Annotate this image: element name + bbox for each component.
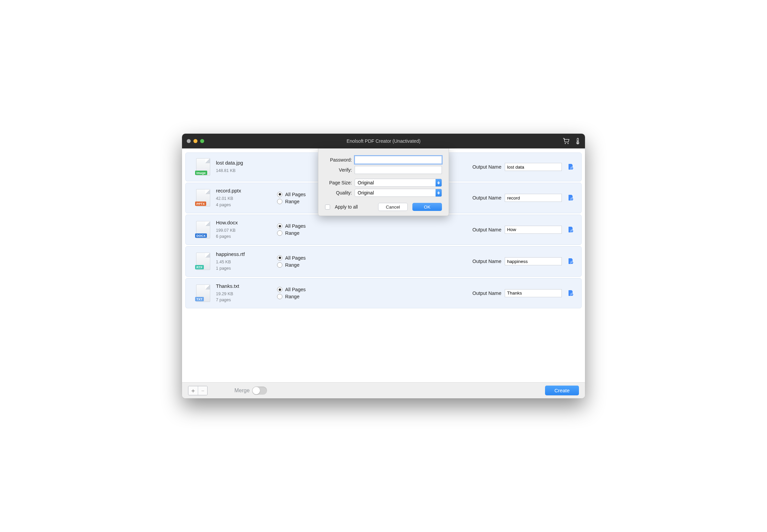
output-name-input[interactable] [505,194,562,202]
output-name-label: Output Name [472,227,501,232]
file-row[interactable]: RTF happiness.rtf 1.45 KB 1 pages All Pa… [185,246,582,277]
output-name-label: Output Name [472,259,501,264]
file-name: record.pptx [216,188,277,193]
file-name: How.docx [216,220,277,225]
ok-button[interactable]: OK [412,203,442,211]
file-pages: 4 pages [216,202,277,208]
remove-file-button[interactable]: － [198,386,207,395]
file-pages: 1 pages [216,265,277,272]
file-size: 1.45 KB [216,259,277,265]
file-settings-icon[interactable] [567,194,574,201]
file-size: 42.01 KB [216,195,277,202]
file-row[interactable]: DOCX How.docx 199.07 KB 6 pages All Page… [185,215,582,245]
file-settings-icon[interactable] [567,290,574,297]
file-settings-icon[interactable] [567,164,574,170]
password-label: Password: [325,157,355,163]
all-pages-radio[interactable] [277,255,282,261]
all-pages-radio[interactable] [277,287,282,292]
file-settings-icon[interactable] [567,226,574,233]
range-radio[interactable] [277,262,282,268]
file-type-icon: Image [196,158,210,176]
range-radio[interactable] [277,230,282,236]
file-type-icon: RTF [196,253,210,270]
merge-label: Merge [234,388,250,394]
output-name-label: Output Name [472,291,501,296]
settings-dialog: Password: Verify: Page Size: Original Qu… [318,148,449,216]
add-file-button[interactable]: ＋ [188,386,198,395]
all-pages-radio[interactable] [277,223,282,229]
file-name: Thanks.txt [216,283,277,289]
range-radio[interactable] [277,294,282,299]
apply-to-all-checkbox[interactable] [325,205,330,210]
output-name-input[interactable] [505,289,562,297]
quality-select[interactable]: Original [355,189,442,197]
file-size: 148.81 KB [216,168,277,174]
verify-label: Verify: [325,167,355,173]
file-pages: 6 pages [216,233,277,240]
output-name-input[interactable] [505,226,562,234]
output-name-label: Output Name [472,195,501,201]
apply-to-all-label: Apply to all [335,204,358,210]
chevron-updown-icon [436,189,442,196]
file-type-icon: TXT [196,284,210,302]
file-size: 199.07 KB [216,227,277,234]
password-input[interactable] [355,156,442,164]
file-settings-icon[interactable] [567,258,574,265]
output-name-input[interactable] [505,257,562,265]
output-name-input[interactable] [505,163,562,171]
app-window: Enolsoft PDF Creator (Unactivated) [182,134,585,398]
cancel-button[interactable]: Cancel [378,203,408,211]
titlebar: Enolsoft PDF Creator (Unactivated) [182,134,585,148]
pagesize-label: Page Size: [325,180,355,185]
merge-toggle[interactable] [252,387,267,395]
file-type-icon: DOCX [196,221,210,238]
pagesize-select[interactable]: Original [355,179,442,187]
file-pages: 7 pages [216,297,277,303]
file-size: 19.29 KB [216,291,277,297]
bottom-toolbar: ＋ － Merge Create [182,382,585,398]
quality-label: Quality: [325,190,355,195]
verify-input[interactable] [355,166,442,174]
all-pages-radio[interactable] [277,192,282,197]
file-name: happiness.rtf [216,251,277,257]
create-button[interactable]: Create [545,386,579,395]
window-title: Enolsoft PDF Creator (Unactivated) [182,138,585,144]
chevron-updown-icon [436,179,442,186]
file-type-icon: PPTX [196,189,210,207]
output-name-label: Output Name [472,164,501,170]
file-name: lost data.jpg [216,160,277,166]
file-row[interactable]: TXT Thanks.txt 19.29 KB 7 pages All Page… [185,278,582,309]
range-radio[interactable] [277,199,282,204]
